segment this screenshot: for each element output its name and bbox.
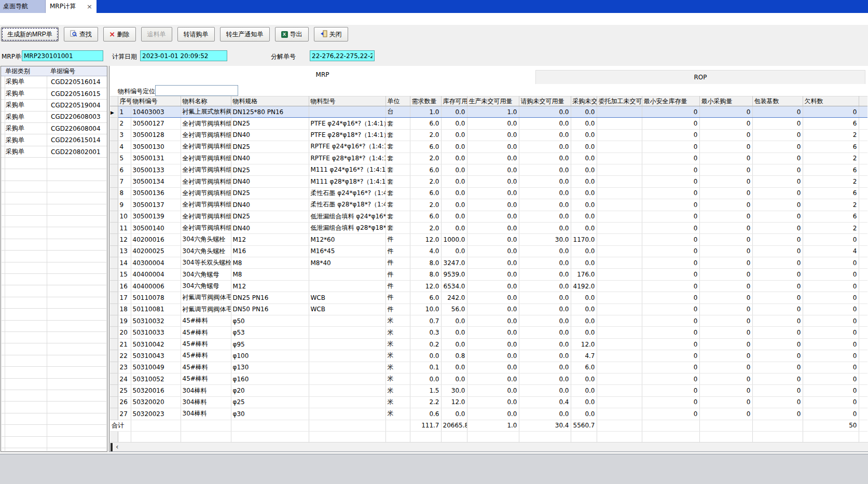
tab-mrp[interactable]: MRP — [109, 66, 535, 84]
material-row[interactable]: ▶ 13 40200025 304六角头螺栓 M16 M16*45 件 4.0 … — [110, 245, 867, 257]
totals-shortage: 50 — [803, 420, 859, 431]
material-row[interactable]: ▶ 2 30500127 全衬调节阀填料组 DN25 PTFE φ24*φ16*… — [110, 118, 867, 129]
row-selector: ▶ — [110, 164, 118, 175]
col-material-model[interactable]: 物料型号 — [309, 96, 385, 106]
material-row[interactable]: ▶ 4 30500130 全衬调节阀填料组 DN25 RPTFE φ24*φ16… — [110, 141, 867, 153]
col-demand-qty[interactable]: 需求数量 — [410, 96, 441, 106]
material-row[interactable]: ▶ 15 40400004 304六角螺母 M8 件 8.0 9539.0 0.… — [110, 269, 867, 280]
col-material-code[interactable]: 物料编号 — [131, 96, 181, 106]
min-purchase-cell: 0 — [699, 164, 752, 175]
close-button[interactable]: 关闭 — [314, 27, 348, 42]
decompose-no-label: 分解单号 — [271, 52, 296, 61]
material-row[interactable]: ▶ 26 50320020 304棒料 φ25 米 2.2 12.0 0.0 0… — [110, 396, 867, 408]
min-purchase-cell: 0 — [699, 362, 752, 373]
stock-avail-cell: 30.0 — [441, 385, 467, 396]
req-open-cell: 0.0 — [519, 118, 571, 129]
scrollbar-thumb[interactable] — [111, 443, 113, 451]
tab-close-icon[interactable]: × — [87, 3, 92, 10]
col-purch-open[interactable]: 采购未交可用量 — [571, 96, 597, 106]
document-row[interactable]: 采购单 CGD220615014 — [1, 134, 107, 146]
material-code-cell: 30500140 — [131, 222, 181, 233]
doc-category-cell: 采购单 — [5, 134, 47, 146]
material-row[interactable]: ▶ 19 50310032 45#棒料 φ50 米 0.7 0.0 0.0 0.… — [110, 315, 867, 327]
document-row[interactable]: 采购单 CGD220802001 — [1, 146, 107, 157]
material-model-cell — [309, 350, 385, 362]
generate-mrp-button[interactable]: 生成新的MRP单 — [1, 27, 59, 42]
material-code-cell: 30500127 — [131, 118, 181, 129]
material-row[interactable]: ▶ 22 50310043 45#棒料 φ100 米 0.0 0.8 0.0 0… — [110, 350, 867, 362]
material-row[interactable]: ▶ 7 30500134 全衬调节阀填料组 DN40 M111 φ28*φ18*… — [110, 176, 867, 187]
consign-open-cell — [597, 187, 642, 199]
material-row[interactable]: ▶ 20 50310033 45#棒料 φ53 米 0.3 0.0 0.0 0.… — [110, 327, 867, 338]
document-row[interactable]: 采购单 CGD220516015 — [1, 88, 107, 99]
scroll-left-icon[interactable]: ‹ — [116, 442, 119, 451]
material-name-cell: 304棒料 — [181, 396, 231, 408]
unit-cell: 米 — [385, 408, 410, 420]
filler-cell — [859, 199, 867, 211]
material-row[interactable]: ▶ 21 50310042 45#棒料 φ95 米 0.2 0.0 0.0 0.… — [110, 338, 867, 350]
col-material-spec[interactable]: 物料规格 — [231, 96, 309, 106]
col-req-open[interactable]: 请购未交可用量 — [519, 96, 571, 106]
material-locator-input[interactable] — [155, 85, 238, 96]
document-row[interactable]: 采购单 CGD220519004 — [1, 100, 107, 111]
col-min-safe-stock[interactable]: 最小安全库存量 — [642, 96, 699, 106]
seq-cell: 12 — [118, 234, 131, 245]
material-row[interactable]: ▶ 11 30500140 全衬调节阀填料组 DN40 低泄漏组合填料 φ28*… — [110, 222, 867, 233]
material-row[interactable]: ▶ 23 50310049 45#棒料 φ130 米 0.1 0.0 0.0 0… — [110, 362, 867, 373]
material-row[interactable]: ▶ 18 50110081 衬氟调节阀阀体毛坯 DN50 PN16 WCB 件 … — [110, 303, 867, 315]
col-min-purchase[interactable]: 最小采购量 — [699, 96, 752, 106]
col-stock-avail[interactable]: 库存可用量 — [441, 96, 467, 106]
material-row[interactable]: ▶ 14 40300004 304等长双头螺栓 M8 M8*40 件 8.0 3… — [110, 257, 867, 269]
material-row[interactable]: ▶ 24 50310052 45#棒料 φ160 米 0.0 0.0 0.0 0… — [110, 373, 867, 384]
col-unit[interactable]: 单位 — [385, 96, 410, 106]
shortage-cell: 0 — [803, 408, 859, 420]
material-row[interactable]: ▶ 5 30500131 全衬调节阀填料组 DN40 RPTFE φ28*φ18… — [110, 153, 867, 164]
material-row[interactable]: ▶ 3 30500128 全衬调节阀填料组 DN40 PTFE φ28*φ18*… — [110, 129, 867, 141]
find-button[interactable]: 查找 — [64, 27, 98, 42]
document-row[interactable]: 采购单 CGD220608003 — [1, 111, 107, 122]
delete-button[interactable]: ✕ 删除 — [103, 27, 136, 42]
shortage-cell: 6 — [803, 141, 859, 153]
col-prod-open[interactable]: 生产未交可用量 — [467, 96, 519, 106]
export-button[interactable]: X 导出 — [275, 27, 309, 42]
col-consign-open[interactable]: 委托加工未交可用量 — [597, 96, 642, 106]
horizontal-scrollbar[interactable]: ‹ — [110, 442, 868, 451]
tab-rop[interactable]: ROP — [535, 70, 865, 84]
calc-date-input[interactable] — [140, 50, 227, 61]
filler-cell — [859, 222, 867, 233]
document-row[interactable]: 采购单 CGD220608004 — [1, 123, 107, 134]
req-open-cell: 0.0 — [519, 257, 571, 269]
window-tab-desktop-nav[interactable]: 桌面导航 — [0, 0, 46, 13]
mrp-no-input[interactable] — [22, 50, 103, 61]
material-row[interactable]: ▶ 10 30500139 全衬调节阀填料组 DN25 低泄漏组合填料 φ24*… — [110, 211, 867, 222]
material-row[interactable]: ▶ 6 30500133 全衬调节阀填料组 DN25 M111 φ24*φ16*… — [110, 164, 867, 175]
window-tab-mrp-calc[interactable]: MRP计算 × — [46, 0, 97, 13]
material-row[interactable]: ▶ 25 50320016 304棒料 φ20 米 1.5 30.0 0.0 0… — [110, 385, 867, 396]
col-seq[interactable]: 序号 — [118, 96, 131, 106]
min-purchase-cell: 0 — [699, 245, 752, 257]
material-row[interactable]: ▶ 9 30500137 全衬调节阀填料组 DN40 柔性石墨 φ28*φ18*… — [110, 199, 867, 211]
doc-category-header[interactable]: 单据类别 — [5, 66, 30, 76]
doc-number-header[interactable]: 单据编号 — [50, 66, 75, 76]
min-purchase-cell: 0 — [699, 129, 752, 141]
col-pack-base[interactable]: 包装基数 — [752, 96, 803, 106]
material-spec-cell: DN40 — [231, 153, 309, 164]
min-safe-stock-cell: 0 — [642, 234, 699, 245]
seq-cell: 10 — [118, 211, 131, 222]
to-purchase-request-button[interactable]: 转请购单 — [177, 27, 215, 42]
material-row[interactable]: ▶ 17 50110078 衬氟调节阀阀体毛坯 DN25 PN16 WCB 件 … — [110, 292, 867, 303]
req-open-cell: 0.0 — [519, 408, 571, 420]
filler-cell — [859, 141, 867, 153]
seq-cell: 11 — [118, 222, 131, 233]
material-row[interactable]: ▶ 16 40400006 304六角螺母 M12 件 12.0 6534.0 … — [110, 280, 867, 292]
material-spec-cell: M8 — [231, 257, 309, 269]
document-row[interactable]: 采购单 CGD220516014 — [1, 76, 107, 88]
material-row[interactable]: ▶ 8 30500136 全衬调节阀填料组 DN25 柔性石墨 φ24*φ16*… — [110, 187, 867, 199]
col-shortage[interactable]: 欠料数 — [803, 96, 859, 106]
material-row[interactable]: ▶ 27 50320023 304棒料 φ30 米 0.6 0.0 0.0 0.… — [110, 408, 867, 420]
to-production-notice-button[interactable]: 转生产通知单 — [220, 27, 270, 42]
decompose-no-input[interactable] — [310, 50, 375, 61]
material-row[interactable]: ▶ 12 40200016 304六角头螺栓 M12 M12*60 件 12.0… — [110, 234, 867, 245]
col-material-name[interactable]: 物料名称 — [181, 96, 231, 106]
material-row[interactable]: ▶ 1 10403003 衬氟上展式放料阀 DN125*80 PN16 台 1.… — [110, 106, 867, 118]
